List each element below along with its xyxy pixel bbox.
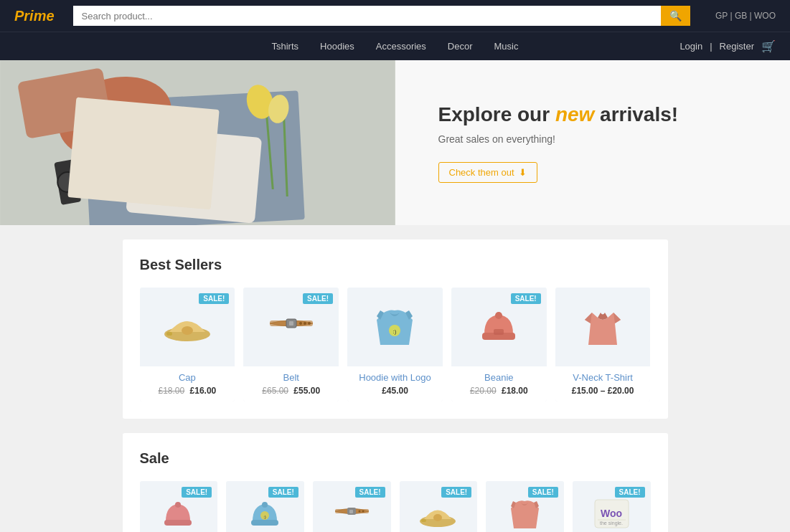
best-sellers-title: Best Sellers (140, 257, 651, 273)
nav-hoodies[interactable]: Hoodies (320, 34, 354, 59)
arrow-down-icon: ⬇ (519, 167, 527, 178)
hero-flatlay-svg (0, 60, 395, 225)
svg-rect-0 (0, 60, 395, 225)
svg-point-5 (57, 172, 77, 192)
sale-badge-6: SALE! (615, 487, 645, 498)
hero-title-prefix: Explore our (438, 103, 555, 125)
old-price-beanie: £20.00 (470, 386, 497, 396)
svg-point-36 (433, 514, 442, 521)
flatlay-image (0, 60, 395, 225)
sale-badge-beanie: SALE! (511, 293, 541, 304)
search-icon: 🔍 (669, 10, 682, 22)
nav-accessories[interactable]: Accessories (376, 34, 426, 59)
svg-point-27 (262, 502, 268, 508)
svg-rect-37 (421, 519, 426, 522)
product-price-cap: £18.00 £16.00 (146, 386, 230, 396)
product-info-tshirt: V-Neck T-Shirt £15.00 – £20.00 (555, 366, 651, 402)
sale-card-beanie-blue[interactable]: SALE! :) (226, 481, 304, 532)
sale-badge-4: SALE! (441, 487, 471, 498)
svg-rect-32 (349, 510, 353, 513)
hero-title-suffix: arrivals! (594, 103, 678, 125)
product-price-tshirt: £15.00 – £20.00 (561, 386, 645, 396)
sale-title: Sale (140, 450, 651, 467)
svg-rect-15 (289, 321, 293, 326)
best-sellers-section: Best Sellers SALE! Cap £18.00 (123, 239, 668, 419)
sale-card-belt[interactable]: SALE! (313, 481, 391, 532)
nav-decor[interactable]: Decor (448, 34, 473, 59)
sale-section: Sale SALE! SALE! (123, 433, 668, 532)
hero-cta-text: Check them out (449, 167, 514, 178)
new-price-belt: £55.00 (293, 386, 320, 396)
svg-text:the single.: the single. (600, 521, 623, 526)
svg-rect-26 (251, 520, 278, 526)
hero-content: Explore our new arrivals! Great sales on… (395, 60, 791, 225)
product-card-belt[interactable]: SALE! Belt £65 (243, 288, 339, 402)
cart-icon[interactable]: 🛒 (761, 39, 776, 53)
hero-image (0, 60, 395, 225)
product-card-cap[interactable]: SALE! Cap £18.00 £16.00 (140, 288, 235, 402)
product-name-belt: Belt (249, 372, 333, 383)
register-link[interactable]: Register (720, 41, 754, 52)
product-info-belt: Belt £65.00 £55.00 (243, 366, 339, 402)
hero-title-highlight: new (555, 103, 594, 125)
login-link[interactable]: Login (680, 41, 702, 52)
product-image-tshirt (555, 288, 651, 366)
svg-rect-12 (166, 332, 172, 336)
product-card-beanie[interactable]: SALE! Beanie £20.00 £18.00 (451, 288, 547, 402)
search-container: 🔍 (73, 6, 690, 26)
nav-tshirts[interactable]: Tshirts (272, 34, 299, 59)
nav-music[interactable]: Music (494, 34, 519, 59)
product-info-hoodie: Hoodie with Logo £45.00 (347, 366, 443, 402)
logo[interactable]: Prime (14, 8, 55, 24)
sale-badge-3: SALE! (355, 487, 385, 498)
svg-text::): :) (263, 515, 266, 519)
sale-card-beanie-orange[interactable]: SALE! (140, 481, 218, 532)
search-input[interactable] (73, 6, 661, 26)
product-card-hoodie[interactable]: :) Hoodie with Logo £45.00 (347, 288, 443, 402)
svg-text::): :) (393, 328, 397, 335)
old-price-belt: £65.00 (262, 386, 288, 396)
sale-badge-belt: SALE! (303, 293, 333, 304)
nav-actions: Login | Register 🛒 (680, 39, 776, 53)
best-sellers-grid: SALE! Cap £18.00 £16.00 (140, 288, 651, 402)
svg-point-11 (182, 326, 193, 335)
product-name-tshirt: V-Neck T-Shirt (561, 372, 645, 383)
svg-point-34 (362, 510, 364, 512)
region-info: GP | GB | WOO (715, 11, 776, 21)
hero-section: Explore our new arrivals! Great sales on… (0, 60, 790, 225)
product-image-hoodie: :) (347, 288, 443, 366)
new-price-cap: £16.00 (190, 386, 217, 396)
navigation: Tshirts Hoodies Accessories Decor Music … (0, 32, 790, 60)
sale-card-hoodie-pink[interactable]: SALE! (486, 481, 564, 532)
sale-badge-5: SALE! (528, 487, 558, 498)
old-price-cap: £18.00 (159, 386, 185, 396)
sale-badge-cap: SALE! (199, 293, 229, 304)
svg-point-17 (304, 322, 306, 325)
svg-text:Woo: Woo (601, 508, 622, 519)
nav-separator: | (710, 41, 712, 52)
svg-rect-3 (126, 126, 262, 223)
sale-grid: SALE! SALE! (140, 481, 651, 532)
svg-rect-22 (494, 329, 504, 335)
sale-badge-1: SALE! (182, 487, 212, 498)
hero-title: Explore our new arrivals! (438, 103, 748, 126)
product-name-beanie: Beanie (457, 372, 541, 383)
hero-cta-link[interactable]: Check them out ⬇ (438, 162, 537, 183)
sale-card-cap[interactable]: SALE! (400, 481, 478, 532)
new-price-hoodie: £45.00 (382, 386, 408, 396)
sale-badge-2: SALE! (268, 487, 298, 498)
svg-point-16 (299, 322, 302, 325)
product-info-cap: Cap £18.00 £16.00 (140, 366, 235, 402)
product-card-tshirt[interactable]: V-Neck T-Shirt £15.00 – £20.00 (555, 288, 651, 402)
product-price-beanie: £20.00 £18.00 (457, 386, 541, 396)
search-button[interactable]: 🔍 (661, 6, 690, 26)
product-price-belt: £65.00 £55.00 (249, 386, 333, 396)
svg-rect-24 (164, 520, 192, 526)
product-info-beanie: Beanie £20.00 £18.00 (451, 366, 547, 402)
new-price-beanie: £18.00 (502, 386, 528, 396)
product-name-hoodie: Hoodie with Logo (353, 372, 437, 383)
new-price-tshirt: £15.00 – £20.00 (572, 386, 634, 396)
svg-point-33 (358, 510, 360, 512)
svg-point-23 (495, 312, 502, 319)
sale-card-woo[interactable]: SALE! Woo the single. (573, 481, 651, 532)
